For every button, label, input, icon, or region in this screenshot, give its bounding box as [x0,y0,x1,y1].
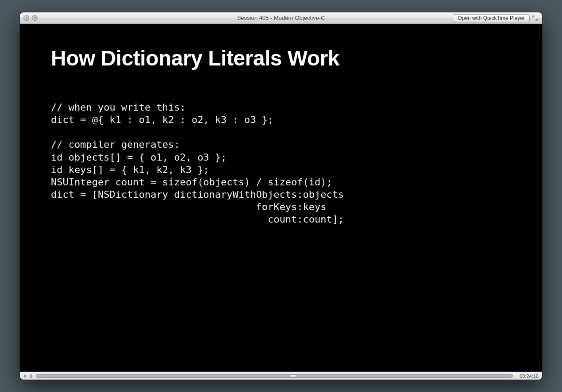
close-icon: × [25,16,27,20]
player-controls: 00:24:16 [20,372,542,380]
fullscreen-icon [532,15,538,21]
minimize-window-button[interactable]: + [32,15,38,21]
titlebar-right: Open with QuickTime Player [453,14,539,22]
slide-title: How Dictionary Literals Work [51,46,511,70]
video-player-window: × + Session 405 - Modern Objective-C Ope… [20,12,542,380]
code-block: // when you write this: dict = @{ k1 : o… [51,101,511,226]
video-content[interactable]: How Dictionary Literals Work // when you… [20,24,542,372]
play-icon [24,374,27,378]
scrubber-thumb[interactable] [291,374,296,377]
pause-icon [30,374,33,378]
plus-icon: + [34,16,36,20]
close-window-button[interactable]: × [23,15,29,21]
timecode: 00:24:16 [516,373,539,379]
playback-buttons [23,374,33,378]
scrubber-track[interactable] [36,374,513,378]
play-button[interactable] [23,374,27,378]
window-controls: × + [23,15,38,21]
fullscreen-button[interactable] [531,15,539,22]
open-with-button[interactable]: Open with QuickTime Player [453,14,530,22]
window-titlebar: × + Session 405 - Modern Objective-C Ope… [20,12,542,24]
pause-button[interactable] [29,374,33,378]
